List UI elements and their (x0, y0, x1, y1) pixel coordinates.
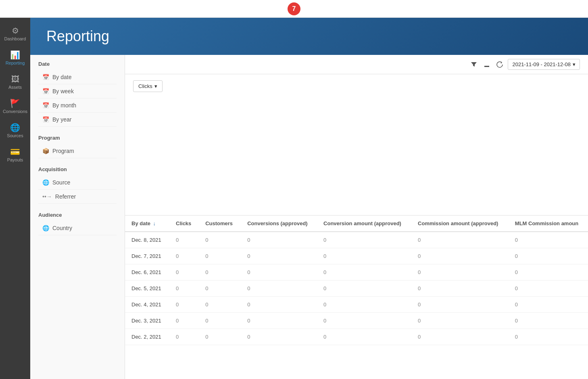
filter-by-week-label: By week (52, 88, 74, 94)
chevron-down-icon: ▾ (573, 61, 575, 67)
filter-source-label: Source (52, 179, 70, 186)
assets-icon: 🖼 (11, 75, 19, 83)
table-cell: 0 (241, 281, 317, 297)
table-cell: 0 (199, 313, 241, 329)
filter-country[interactable]: 🌐 Country (38, 221, 117, 235)
table-cell: 0 (169, 313, 199, 329)
globe-icon: 🌐 (42, 225, 49, 231)
filter-by-date[interactable]: 📅 By date (38, 70, 117, 84)
table-cell: 0 (317, 313, 411, 329)
filter-source[interactable]: 🌐 Source (38, 176, 117, 190)
filter-country-label: Country (52, 225, 72, 231)
metric-dropdown-label: Clicks (138, 83, 152, 89)
audience-section-title: Audience (38, 212, 117, 218)
table-cell: Dec. 7, 2021 (125, 248, 169, 264)
table-cell: 0 (199, 264, 241, 281)
table-row: Dec. 7, 2021000000 (125, 248, 588, 264)
sidebar-item-payouts[interactable]: 💳 Payouts (0, 143, 30, 167)
table-cell: 0 (317, 232, 411, 248)
table-container: By date ↓ Clicks Customers (125, 216, 588, 379)
chevron-down-icon: ▾ (154, 83, 157, 89)
table-cell: 0 (317, 297, 411, 313)
conversions-icon: 🚩 (10, 99, 20, 107)
sort-arrow-icon: ↓ (153, 220, 156, 226)
sidebar-item-assets[interactable]: 🖼 Assets (0, 70, 30, 94)
filter-program[interactable]: 📦 Program (38, 144, 117, 158)
table-cell: 0 (169, 248, 199, 264)
acquisition-section: Acquisition 🌐 Source ••→ Referrer (30, 160, 125, 206)
col-header-conversions-approved[interactable]: Conversions (approved) (241, 216, 317, 232)
table-cell: Dec. 2, 2021 (125, 329, 169, 345)
table-cell: 0 (411, 329, 509, 345)
calendar-icon: 📅 (42, 88, 49, 94)
calendar-icon: 📅 (42, 102, 49, 109)
top-bar: 7 (0, 0, 588, 18)
table-cell: 0 (411, 297, 509, 313)
globe-icon: 🌐 (42, 179, 49, 186)
dots-icon: ••→ (42, 193, 52, 200)
col-header-by-date[interactable]: By date ↓ (125, 216, 169, 232)
main-layout: ⚙ Dashboard 📊 Reporting 🖼 Assets 🚩 Conve… (0, 18, 588, 379)
export-button[interactable] (482, 60, 492, 69)
box-icon: 📦 (42, 148, 49, 154)
table-cell: 0 (169, 264, 199, 281)
program-section: Program 📦 Program (30, 129, 125, 160)
acquisition-section-title: Acquisition (38, 166, 117, 172)
page-content: Date 📅 By date 📅 By week 📅 By month (30, 55, 588, 379)
filter-by-year-label: By year (52, 116, 71, 123)
table-cell: 0 (411, 313, 509, 329)
sidebar-item-label: Reporting (6, 61, 25, 65)
filter-program-label: Program (52, 148, 74, 154)
table-cell: 0 (199, 232, 241, 248)
filter-by-year[interactable]: 📅 By year (38, 113, 117, 127)
sidebar-item-reporting[interactable]: 📊 Reporting (0, 46, 30, 70)
table-row: Dec. 3, 2021000000 (125, 313, 588, 329)
table-cell: 0 (241, 313, 317, 329)
table-cell: 0 (317, 264, 411, 281)
table-cell: 0 (199, 281, 241, 297)
filter-referrer[interactable]: ••→ Referrer (38, 190, 117, 204)
table-cell: 0 (411, 264, 509, 281)
table-cell: 0 (169, 281, 199, 297)
table-row: Dec. 4, 2021000000 (125, 297, 588, 313)
content-area: Reporting Date 📅 By date 📅 By week (30, 18, 588, 379)
table-cell: Dec. 3, 2021 (125, 313, 169, 329)
metric-dropdown[interactable]: Clicks ▾ (133, 80, 163, 92)
sidebar-item-sources[interactable]: 🌐 Sources (0, 119, 30, 143)
sidebar-item-label: Payouts (7, 157, 23, 162)
filter-by-month[interactable]: 📅 By month (38, 98, 117, 113)
table-cell: 0 (241, 232, 317, 248)
filter-referrer-label: Referrer (55, 193, 76, 200)
col-header-clicks[interactable]: Clicks (169, 216, 199, 232)
table-cell: 0 (317, 329, 411, 345)
sidebar-item-label: Dashboard (4, 36, 26, 41)
table-cell: Dec. 4, 2021 (125, 297, 169, 313)
table-cell: Dec. 8, 2021 (125, 232, 169, 248)
table-cell: 0 (169, 297, 199, 313)
notification-badge[interactable]: 7 (288, 2, 300, 15)
table-cell: 0 (509, 297, 588, 313)
date-range-button[interactable]: 2021-11-09 - 2021-12-08 ▾ (508, 59, 580, 70)
table-row: Dec. 8, 2021000000 (125, 232, 588, 248)
table-cell: Dec. 5, 2021 (125, 281, 169, 297)
sidebar-item-label: Sources (7, 133, 23, 138)
col-header-customers[interactable]: Customers (199, 216, 241, 232)
table-cell: 0 (241, 248, 317, 264)
filter-button[interactable] (469, 60, 479, 69)
chart-area: Clicks ▾ (125, 74, 588, 216)
table-row: Dec. 5, 2021000000 (125, 281, 588, 297)
date-section-title: Date (38, 61, 117, 67)
toolbar: 2021-11-09 - 2021-12-08 ▾ (125, 55, 588, 74)
sidebar-item-label: Conversions (3, 109, 27, 114)
table-cell: 0 (411, 232, 509, 248)
col-header-mlm-commission[interactable]: MLM Commission amoun (509, 216, 588, 232)
date-range-label: 2021-11-09 - 2021-12-08 (512, 61, 571, 67)
sidebar-item-conversions[interactable]: 🚩 Conversions (0, 94, 30, 119)
table-cell: Dec. 6, 2021 (125, 264, 169, 281)
sidebar-item-dashboard[interactable]: ⚙ Dashboard (0, 22, 30, 46)
col-header-commission-amount[interactable]: Commission amount (approved) (411, 216, 509, 232)
refresh-button[interactable] (495, 60, 505, 69)
col-header-conversion-amount[interactable]: Conversion amount (approved) (317, 216, 411, 232)
filter-by-week[interactable]: 📅 By week (38, 84, 117, 98)
table-cell: 0 (317, 248, 411, 264)
